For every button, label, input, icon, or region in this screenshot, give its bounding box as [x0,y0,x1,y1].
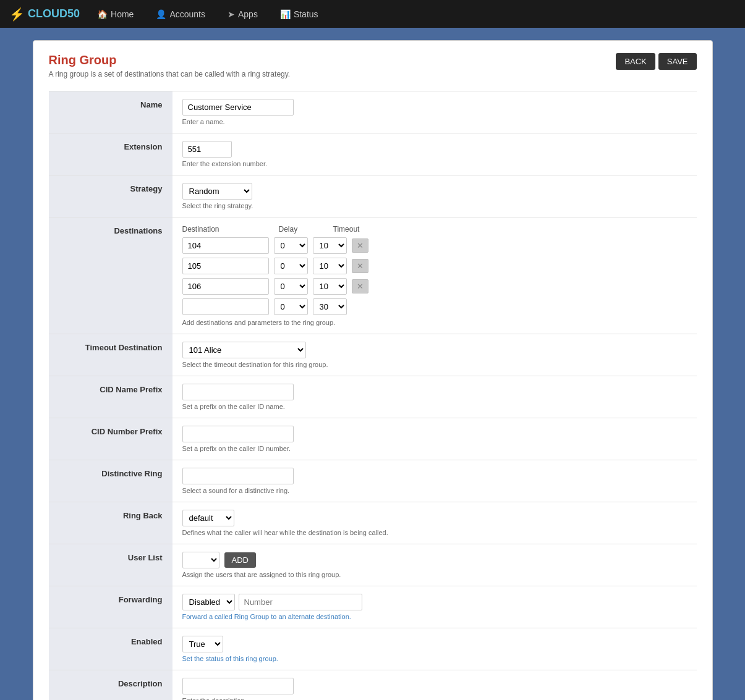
dest-delay-new[interactable]: 0510 [274,298,308,315]
dest-remove-3[interactable]: ✕ [352,279,368,293]
brand-name: CLOUD50 [28,7,80,20]
enabled-input-cell: True False Set the status of this ring g… [172,628,697,670]
strategy-label: Strategy [49,175,172,217]
forwarding-label: Forwarding [49,586,172,628]
form-table: Name Enter a name. Extension Enter the e… [49,91,697,700]
user-list-row: User List ADD Assign the users that are … [49,544,697,586]
extension-input-cell: Enter the extension number. [172,133,697,175]
distinctive-ring-row: Distinctive Ring Select a sound for a di… [49,460,697,502]
dest-row-2: 0510 102030 ✕ [182,258,687,274]
description-input-cell: Enter the description. [172,670,697,701]
dest-timeout-1[interactable]: 102030 [313,237,347,254]
name-row: Name Enter a name. [49,91,697,133]
save-button-top[interactable]: SAVE [658,53,697,70]
destinations-hint: Add destinations and parameters to the r… [182,319,687,326]
destinations-input-cell: Destination Delay Timeout 051015 102030 … [172,217,697,334]
enabled-row: Enabled True False Set the status of thi… [49,628,697,670]
cid-name-prefix-input-cell: Set a prefix on the caller ID name. [172,376,697,418]
forwarding-input-cell: Disabled Enabled Forward a called Ring G… [172,586,697,628]
distinctive-ring-input-cell: Select a sound for a distinctive ring. [172,460,697,502]
extension-input[interactable] [182,141,232,158]
forwarding-row: Forwarding Disabled Enabled Forward a ca… [49,586,697,628]
distinctive-ring-hint: Select a sound for a distinctive ring. [182,487,687,494]
forwarding-number-input[interactable] [239,594,362,610]
home-icon: 🏠 [97,9,108,19]
strategy-hint: Select the ring strategy. [182,202,687,209]
user-list-hint: Assign the users that are assigned to th… [182,571,687,578]
dest-remove-2[interactable]: ✕ [352,259,368,273]
timeout-destination-input-cell: 101 Alice 102 Bob 103 Carol Select the t… [172,334,697,376]
dest-timeout-3[interactable]: 102030 [313,278,347,295]
user-list-input-cell: ADD Assign the users that are assigned t… [172,544,697,586]
destinations-label: Destinations [49,217,172,334]
dest-delay-2[interactable]: 0510 [274,258,308,274]
name-label: Name [49,91,172,133]
dest-delay-1[interactable]: 051015 [274,237,308,254]
dest-col-dest-header: Destination [182,225,274,234]
dest-row-3: 0510 102030 ✕ [182,278,687,295]
destinations-row: Destinations Destination Delay Timeout 0… [49,217,697,334]
description-label: Description [49,670,172,701]
dest-input-new[interactable] [182,298,269,315]
nav-status[interactable]: 📊 Status [275,6,323,22]
extension-hint: Enter the extension number. [182,160,687,167]
forwarding-status-select[interactable]: Disabled Enabled [182,594,235,610]
add-user-button[interactable]: ADD [224,552,256,568]
dest-input-1[interactable] [182,237,269,254]
cid-name-prefix-input[interactable] [182,384,294,400]
ring-back-select[interactable]: default ringback none [182,510,234,526]
dest-delay-3[interactable]: 0510 [274,278,308,295]
page-wrapper: Ring Group A ring group is a set of dest… [33,40,713,700]
dest-row-new: 0510 301020 [182,298,687,315]
ring-back-input-cell: default ringback none Defines what the c… [172,502,697,544]
enabled-hint: Set the status of this ring group. [182,655,687,662]
back-button[interactable]: BACK [616,53,655,70]
timeout-destination-hint: Select the timeout destination for this … [182,361,687,368]
strategy-select[interactable]: Random Sequential Simultaneous Least Rec… [182,183,252,200]
extension-row: Extension Enter the extension number. [49,133,697,175]
navbar: ⚡ CLOUD50 🏠 Home 👤 Accounts ➤ Apps 📊 Sta… [0,0,745,28]
extension-label: Extension [49,133,172,175]
nav-accounts[interactable]: 👤 Accounts [151,6,210,22]
name-input[interactable] [182,99,294,116]
nav-home-label: Home [111,9,134,19]
dest-col-timeout-header: Timeout [333,225,383,234]
user-list-select[interactable] [182,552,219,568]
nav-apps[interactable]: ➤ Apps [223,6,263,22]
description-input[interactable] [182,678,294,694]
dest-col-delay-header: Delay [279,225,328,234]
dest-remove-1[interactable]: ✕ [352,238,368,253]
apps-icon: ➤ [228,9,235,19]
dest-timeout-new[interactable]: 301020 [313,298,347,315]
forwarding-controls: Disabled Enabled [182,594,687,610]
dest-input-3[interactable] [182,278,269,295]
brand: ⚡ CLOUD50 [9,7,80,22]
name-input-cell: Enter a name. [172,91,697,133]
enabled-select[interactable]: True False [182,636,223,652]
dest-row-1: 051015 102030 ✕ [182,237,687,254]
ring-back-row: Ring Back default ringback none Defines … [49,502,697,544]
cid-number-prefix-hint: Set a prefix on the caller ID number. [182,445,687,452]
page-header: Ring Group A ring group is a set of dest… [49,53,697,78]
nav-status-label: Status [294,9,318,19]
user-list-controls: ADD [182,552,687,568]
status-icon: 📊 [280,9,291,19]
ring-back-hint: Defines what the caller will hear while … [182,529,687,536]
nav-apps-label: Apps [238,9,258,19]
logo-icon: ⚡ [9,7,25,22]
dest-timeout-2[interactable]: 102030 [313,258,347,274]
timeout-destination-select[interactable]: 101 Alice 102 Bob 103 Carol [182,342,306,358]
ring-back-label: Ring Back [49,502,172,544]
timeout-destination-row: Timeout Destination 101 Alice 102 Bob 10… [49,334,697,376]
cid-number-prefix-input-cell: Set a prefix on the caller ID number. [172,418,697,460]
distinctive-ring-input[interactable] [182,468,294,484]
nav-home[interactable]: 🏠 Home [92,6,138,22]
name-hint: Enter a name. [182,118,687,125]
dest-input-2[interactable] [182,258,269,274]
nav-accounts-label: Accounts [169,9,205,19]
cid-number-prefix-row: CID Number Prefix Set a prefix on the ca… [49,418,697,460]
cid-name-prefix-row: CID Name Prefix Set a prefix on the call… [49,376,697,418]
header-buttons: BACK SAVE [616,53,696,70]
cid-number-prefix-input[interactable] [182,426,294,442]
cid-name-prefix-label: CID Name Prefix [49,376,172,418]
